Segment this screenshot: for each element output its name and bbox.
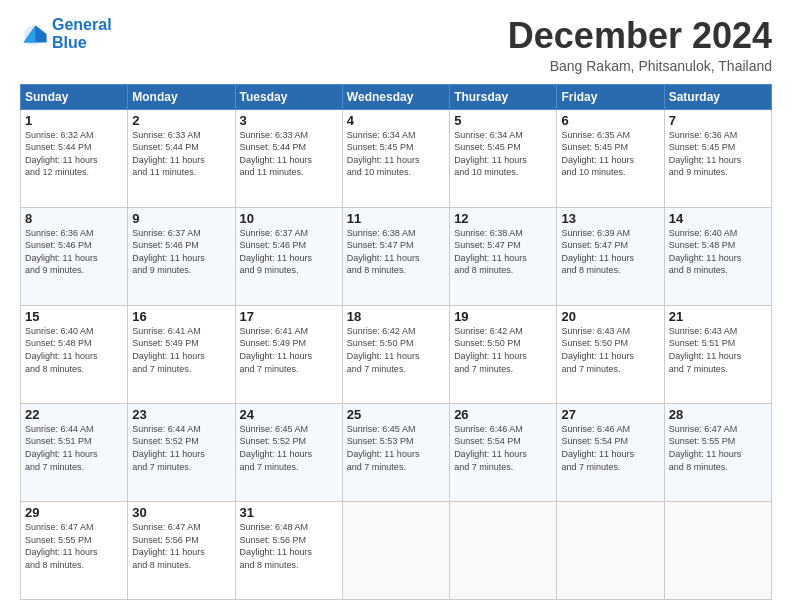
day-info: Sunrise: 6:41 AMSunset: 5:49 PMDaylight:… [240,325,338,375]
calendar-header-row: SundayMondayTuesdayWednesdayThursdayFrid… [21,84,772,109]
day-info: Sunrise: 6:45 AMSunset: 5:53 PMDaylight:… [347,423,445,473]
calendar-day-cell: 25Sunrise: 6:45 AMSunset: 5:53 PMDayligh… [342,403,449,501]
day-number: 31 [240,505,338,520]
day-number: 23 [132,407,230,422]
day-info: Sunrise: 6:33 AMSunset: 5:44 PMDaylight:… [240,129,338,179]
location: Bang Rakam, Phitsanulok, Thailand [508,58,772,74]
calendar-day-cell: 16Sunrise: 6:41 AMSunset: 5:49 PMDayligh… [128,305,235,403]
day-info: Sunrise: 6:39 AMSunset: 5:47 PMDaylight:… [561,227,659,277]
day-info: Sunrise: 6:38 AMSunset: 5:47 PMDaylight:… [454,227,552,277]
calendar-day-cell: 6Sunrise: 6:35 AMSunset: 5:45 PMDaylight… [557,109,664,207]
calendar-day-header: Thursday [450,84,557,109]
calendar-week-row: 15Sunrise: 6:40 AMSunset: 5:48 PMDayligh… [21,305,772,403]
calendar-day-cell [342,501,449,599]
calendar-day-cell: 17Sunrise: 6:41 AMSunset: 5:49 PMDayligh… [235,305,342,403]
day-info: Sunrise: 6:35 AMSunset: 5:45 PMDaylight:… [561,129,659,179]
day-number: 26 [454,407,552,422]
day-info: Sunrise: 6:46 AMSunset: 5:54 PMDaylight:… [454,423,552,473]
day-number: 20 [561,309,659,324]
calendar-day-cell: 5Sunrise: 6:34 AMSunset: 5:45 PMDaylight… [450,109,557,207]
day-info: Sunrise: 6:34 AMSunset: 5:45 PMDaylight:… [347,129,445,179]
day-number: 8 [25,211,123,226]
day-number: 3 [240,113,338,128]
header: General Blue December 2024 Bang Rakam, P… [20,16,772,74]
day-number: 17 [240,309,338,324]
calendar-day-cell: 7Sunrise: 6:36 AMSunset: 5:45 PMDaylight… [664,109,771,207]
day-number: 4 [347,113,445,128]
calendar-day-cell: 24Sunrise: 6:45 AMSunset: 5:52 PMDayligh… [235,403,342,501]
calendar-day-cell: 15Sunrise: 6:40 AMSunset: 5:48 PMDayligh… [21,305,128,403]
calendar-table: SundayMondayTuesdayWednesdayThursdayFrid… [20,84,772,600]
calendar-day-cell: 27Sunrise: 6:46 AMSunset: 5:54 PMDayligh… [557,403,664,501]
day-info: Sunrise: 6:44 AMSunset: 5:51 PMDaylight:… [25,423,123,473]
calendar-day-cell: 4Sunrise: 6:34 AMSunset: 5:45 PMDaylight… [342,109,449,207]
title-block: December 2024 Bang Rakam, Phitsanulok, T… [508,16,772,74]
calendar-day-cell: 14Sunrise: 6:40 AMSunset: 5:48 PMDayligh… [664,207,771,305]
day-number: 12 [454,211,552,226]
calendar-day-cell: 28Sunrise: 6:47 AMSunset: 5:55 PMDayligh… [664,403,771,501]
day-number: 24 [240,407,338,422]
calendar-week-row: 29Sunrise: 6:47 AMSunset: 5:55 PMDayligh… [21,501,772,599]
calendar-day-cell: 19Sunrise: 6:42 AMSunset: 5:50 PMDayligh… [450,305,557,403]
calendar-day-cell: 18Sunrise: 6:42 AMSunset: 5:50 PMDayligh… [342,305,449,403]
day-number: 1 [25,113,123,128]
day-number: 2 [132,113,230,128]
day-number: 29 [25,505,123,520]
calendar-day-header: Friday [557,84,664,109]
day-info: Sunrise: 6:32 AMSunset: 5:44 PMDaylight:… [25,129,123,179]
calendar-day-header: Saturday [664,84,771,109]
calendar-day-cell: 8Sunrise: 6:36 AMSunset: 5:46 PMDaylight… [21,207,128,305]
calendar-day-cell: 2Sunrise: 6:33 AMSunset: 5:44 PMDaylight… [128,109,235,207]
day-number: 27 [561,407,659,422]
calendar-day-header: Wednesday [342,84,449,109]
calendar-day-header: Monday [128,84,235,109]
calendar-week-row: 22Sunrise: 6:44 AMSunset: 5:51 PMDayligh… [21,403,772,501]
day-info: Sunrise: 6:34 AMSunset: 5:45 PMDaylight:… [454,129,552,179]
day-number: 6 [561,113,659,128]
calendar-day-cell [664,501,771,599]
calendar-day-cell: 30Sunrise: 6:47 AMSunset: 5:56 PMDayligh… [128,501,235,599]
calendar-day-cell: 23Sunrise: 6:44 AMSunset: 5:52 PMDayligh… [128,403,235,501]
day-info: Sunrise: 6:43 AMSunset: 5:50 PMDaylight:… [561,325,659,375]
month-title: December 2024 [508,16,772,56]
calendar-day-cell: 21Sunrise: 6:43 AMSunset: 5:51 PMDayligh… [664,305,771,403]
day-number: 14 [669,211,767,226]
calendar-day-cell: 31Sunrise: 6:48 AMSunset: 5:56 PMDayligh… [235,501,342,599]
calendar-day-cell: 1Sunrise: 6:32 AMSunset: 5:44 PMDaylight… [21,109,128,207]
day-info: Sunrise: 6:42 AMSunset: 5:50 PMDaylight:… [347,325,445,375]
calendar-day-cell: 22Sunrise: 6:44 AMSunset: 5:51 PMDayligh… [21,403,128,501]
day-number: 21 [669,309,767,324]
day-info: Sunrise: 6:36 AMSunset: 5:46 PMDaylight:… [25,227,123,277]
day-info: Sunrise: 6:37 AMSunset: 5:46 PMDaylight:… [132,227,230,277]
calendar-day-cell: 3Sunrise: 6:33 AMSunset: 5:44 PMDaylight… [235,109,342,207]
day-info: Sunrise: 6:41 AMSunset: 5:49 PMDaylight:… [132,325,230,375]
calendar-day-header: Tuesday [235,84,342,109]
calendar-day-cell [450,501,557,599]
calendar-week-row: 8Sunrise: 6:36 AMSunset: 5:46 PMDaylight… [21,207,772,305]
logo-text: General Blue [52,16,112,52]
day-info: Sunrise: 6:42 AMSunset: 5:50 PMDaylight:… [454,325,552,375]
day-number: 30 [132,505,230,520]
calendar-day-cell: 20Sunrise: 6:43 AMSunset: 5:50 PMDayligh… [557,305,664,403]
day-number: 28 [669,407,767,422]
day-number: 13 [561,211,659,226]
calendar-day-cell: 12Sunrise: 6:38 AMSunset: 5:47 PMDayligh… [450,207,557,305]
calendar-day-cell: 11Sunrise: 6:38 AMSunset: 5:47 PMDayligh… [342,207,449,305]
calendar-day-header: Sunday [21,84,128,109]
day-info: Sunrise: 6:44 AMSunset: 5:52 PMDaylight:… [132,423,230,473]
calendar-week-row: 1Sunrise: 6:32 AMSunset: 5:44 PMDaylight… [21,109,772,207]
logo-icon [20,20,48,48]
calendar-day-cell: 26Sunrise: 6:46 AMSunset: 5:54 PMDayligh… [450,403,557,501]
day-info: Sunrise: 6:33 AMSunset: 5:44 PMDaylight:… [132,129,230,179]
page: General Blue December 2024 Bang Rakam, P… [0,0,792,612]
day-number: 18 [347,309,445,324]
calendar-day-cell: 9Sunrise: 6:37 AMSunset: 5:46 PMDaylight… [128,207,235,305]
day-info: Sunrise: 6:47 AMSunset: 5:55 PMDaylight:… [25,521,123,571]
day-info: Sunrise: 6:47 AMSunset: 5:56 PMDaylight:… [132,521,230,571]
day-number: 25 [347,407,445,422]
day-info: Sunrise: 6:36 AMSunset: 5:45 PMDaylight:… [669,129,767,179]
day-info: Sunrise: 6:48 AMSunset: 5:56 PMDaylight:… [240,521,338,571]
day-number: 5 [454,113,552,128]
day-info: Sunrise: 6:43 AMSunset: 5:51 PMDaylight:… [669,325,767,375]
day-number: 22 [25,407,123,422]
